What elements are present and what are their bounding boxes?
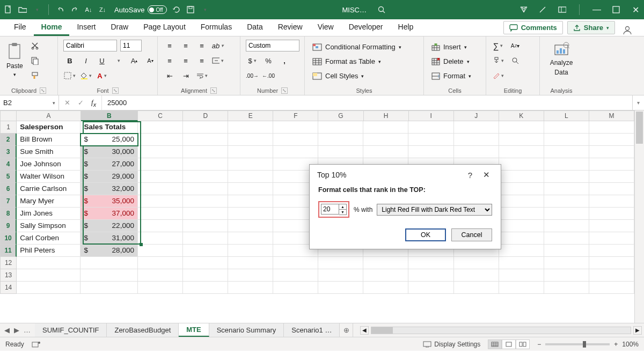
cell-A2[interactable]: Bill Brown (17, 134, 80, 146)
row-header-2[interactable]: 2 (0, 134, 17, 146)
share-button[interactable]: Share ▾ (567, 21, 615, 34)
save-icon[interactable] (186, 5, 195, 14)
cell-C6[interactable] (138, 183, 183, 195)
align-left-icon[interactable]: ≡ (163, 55, 176, 67)
cell-D11[interactable] (183, 245, 228, 257)
macro-record-icon[interactable] (32, 341, 40, 348)
cancel-formula-icon[interactable]: ✕ (64, 99, 70, 107)
cell-B8[interactable]: $37,000 (80, 208, 138, 220)
cell-L13[interactable] (544, 269, 589, 282)
row-header-12[interactable]: 12 (0, 257, 17, 269)
cell-L6[interactable] (544, 183, 589, 195)
row-header-4[interactable]: 4 (0, 158, 17, 171)
cell-B4[interactable]: $27,000 (80, 158, 138, 171)
cell-L4[interactable] (544, 158, 589, 171)
sheet-ellipsis[interactable]: … (24, 326, 31, 334)
font-size-select[interactable] (120, 40, 142, 51)
qat-dropdown-icon[interactable] (32, 5, 41, 14)
cell-A4[interactable]: Joe Johnson (17, 158, 80, 171)
cell-K6[interactable] (499, 183, 544, 195)
cell-L7[interactable] (544, 195, 589, 208)
column-header-E[interactable]: E (228, 110, 273, 121)
cell-K4[interactable] (499, 158, 544, 171)
cell-E14[interactable] (228, 282, 273, 294)
vertical-scrollbar[interactable] (634, 110, 644, 323)
copy-icon[interactable] (28, 55, 41, 67)
cell-L11[interactable] (544, 245, 589, 257)
cell-L12[interactable] (544, 257, 589, 269)
cell-E4[interactable] (228, 158, 273, 171)
align-center-icon[interactable]: ≡ (179, 55, 192, 67)
cell-D4[interactable] (183, 158, 228, 171)
cell-F3[interactable] (273, 146, 318, 158)
format-select[interactable]: Light Red Fill with Dark Red Text (377, 204, 492, 216)
fx-icon[interactable]: fx (91, 98, 96, 108)
cell-M11[interactable] (589, 245, 634, 257)
cell-K7[interactable] (499, 195, 544, 208)
account-icon[interactable] (621, 24, 633, 36)
tab-data[interactable]: Data (239, 19, 270, 36)
cell-G14[interactable] (318, 282, 363, 294)
clear-icon[interactable] (492, 70, 504, 82)
select-all-corner[interactable] (0, 110, 17, 121)
row-header-1[interactable]: 1 (0, 121, 17, 134)
cell-M10[interactable] (589, 232, 634, 245)
cell-D5[interactable] (183, 171, 228, 183)
row-header-5[interactable]: 5 (0, 171, 17, 183)
cell-C13[interactable] (138, 269, 183, 282)
cell-A5[interactable]: Walter Wilson (17, 171, 80, 183)
decrease-decimal-icon[interactable]: ←.00 (262, 70, 275, 82)
comments-button[interactable]: Comments (503, 21, 563, 34)
enter-formula-icon[interactable]: ✓ (78, 99, 84, 107)
cell-C8[interactable] (138, 208, 183, 220)
cell-I2[interactable] (408, 134, 453, 146)
cut-icon[interactable] (28, 40, 41, 51)
tab-file[interactable]: File (6, 19, 34, 36)
cell-A7[interactable]: Mary Myer (17, 195, 80, 208)
row-header-11[interactable]: 11 (0, 245, 17, 257)
increase-font-icon[interactable]: A▴ (128, 55, 141, 67)
cell-E11[interactable] (228, 245, 273, 257)
column-header-M[interactable]: M (589, 110, 634, 121)
cell-E2[interactable] (228, 134, 273, 146)
cell-J14[interactable] (454, 282, 499, 294)
column-header-D[interactable]: D (183, 110, 228, 121)
cell-H2[interactable] (363, 134, 408, 146)
cell-C4[interactable] (138, 158, 183, 171)
cell-E10[interactable] (228, 232, 273, 245)
cell-K10[interactable] (499, 232, 544, 245)
cell-K2[interactable] (499, 134, 544, 146)
paste-button[interactable]: Paste ▾ (5, 40, 24, 79)
minimize-icon[interactable]: — (592, 5, 601, 14)
align-bottom-icon[interactable]: ≡ (195, 40, 208, 51)
cell-C9[interactable] (138, 220, 183, 232)
cell-K13[interactable] (499, 269, 544, 282)
cell-G1[interactable] (318, 121, 363, 134)
bold-button[interactable]: B (63, 55, 76, 67)
cell-M2[interactable] (589, 134, 634, 146)
save-dropdown-icon[interactable] (200, 5, 209, 14)
tab-review[interactable]: Review (270, 19, 310, 36)
cell-E13[interactable] (228, 269, 273, 282)
cell-A8[interactable]: Jim Jones (17, 208, 80, 220)
cell-M5[interactable] (589, 171, 634, 183)
percent-format-icon[interactable]: % (262, 55, 275, 67)
column-header-L[interactable]: L (544, 110, 589, 121)
row-header-13[interactable]: 13 (0, 269, 17, 282)
cell-J12[interactable] (454, 257, 499, 269)
cell-F12[interactable] (273, 257, 318, 269)
tab-home[interactable]: Home (34, 19, 70, 36)
page-break-view-icon[interactable] (516, 339, 530, 349)
tab-view[interactable]: View (310, 19, 341, 36)
cell-B14[interactable] (80, 282, 138, 294)
cell-B7[interactable]: $35,000 (80, 195, 138, 208)
cell-G2[interactable] (318, 134, 363, 146)
delete-cells-button[interactable]: Delete▾ (429, 56, 472, 67)
cell-A3[interactable]: Sue Smith (17, 146, 80, 158)
cell-M4[interactable] (589, 158, 634, 171)
cell-L8[interactable] (544, 208, 589, 220)
cell-A13[interactable] (17, 269, 80, 282)
spin-down-icon[interactable]: ▼ (339, 210, 346, 215)
align-middle-icon[interactable]: ≡ (179, 40, 192, 51)
insert-cells-button[interactable]: Insert▾ (429, 42, 469, 52)
